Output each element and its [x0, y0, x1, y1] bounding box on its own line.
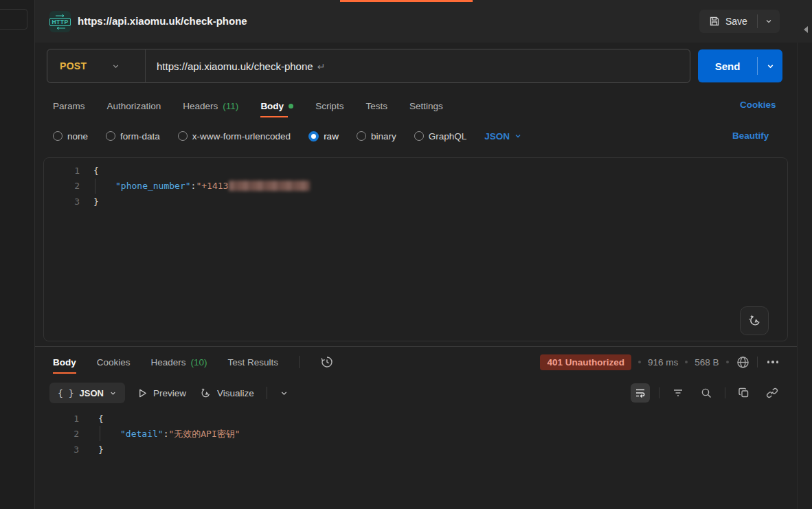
code-key: "detail"	[120, 429, 163, 439]
radio-graphql-label: GraphQL	[429, 131, 467, 142]
method-selector[interactable]: POST	[47, 60, 145, 71]
chevron-down-icon[interactable]	[280, 389, 289, 398]
response-tab-test-results[interactable]: Test Results	[228, 357, 279, 367]
code-colon: :	[163, 429, 169, 439]
tab-scripts[interactable]: Scripts	[315, 101, 343, 111]
radio-circle-icon	[178, 131, 188, 141]
filter-button[interactable]	[668, 383, 688, 403]
send-button[interactable]: Send	[698, 60, 757, 72]
request-header-bar: HTTP https://api.xiaomu.uk/check-phone S…	[35, 0, 812, 43]
response-tab-test-results-label: Test Results	[228, 357, 279, 367]
tab-authorization[interactable]: Authorization	[107, 101, 161, 111]
response-status-row: 401 Unauthorized 916 ms 568 B	[540, 352, 781, 372]
tab-body[interactable]: Body	[260, 101, 293, 111]
link-icon	[766, 387, 778, 399]
search-button[interactable]	[697, 383, 716, 403]
request-title: https://api.xiaomu.uk/check-phone	[78, 15, 247, 27]
line-number: 3	[44, 196, 80, 207]
code-line: 1 {	[35, 411, 791, 427]
send-options-button[interactable]	[758, 62, 782, 71]
line-number: 2	[44, 181, 80, 191]
response-tab-cookies[interactable]: Cookies	[97, 357, 131, 367]
tool-icons-divider	[725, 387, 725, 398]
code-key: "phone_number"	[115, 181, 191, 191]
response-tabs-divider	[299, 356, 300, 368]
status-row-divider	[757, 357, 758, 367]
tab-headers-label: Headers	[183, 101, 218, 111]
toolbar-divider	[267, 387, 267, 399]
chevron-down-icon	[111, 62, 120, 71]
code-line: 2 "phone_number" : "+1413	[44, 179, 787, 194]
save-icon	[709, 16, 720, 27]
radio-selected-icon	[308, 131, 319, 142]
sidebar-tab-stub[interactable]	[0, 9, 27, 30]
url-input[interactable]: https://api.xiaomu.uk/check-phone↵	[146, 60, 325, 72]
tab-headers-count: (11)	[223, 101, 238, 111]
line-number: 1	[35, 414, 79, 424]
response-size[interactable]: 568 B	[695, 357, 719, 367]
active-tab-top-indicator	[340, 0, 473, 2]
radio-circle-icon	[53, 131, 63, 141]
indent-guide	[95, 179, 95, 194]
visualize-button[interactable]: Visualize	[199, 387, 254, 400]
body-type-row: none form-data x-www-form-urlencoded raw…	[53, 129, 522, 143]
response-format-dropdown[interactable]: { } JSON	[49, 383, 125, 403]
radio-form-data[interactable]: form-data	[106, 131, 160, 142]
code-open-brace: {	[98, 414, 104, 424]
code-line: 3 }	[44, 194, 787, 210]
tab-scripts-label: Scripts	[315, 101, 343, 111]
wrap-text-button[interactable]	[631, 383, 650, 403]
radio-urlencoded[interactable]: x-www-form-urlencoded	[178, 131, 291, 142]
raw-format-dropdown[interactable]: JSON	[484, 131, 522, 142]
radio-graphql[interactable]: GraphQL	[414, 131, 467, 142]
copy-button[interactable]	[734, 383, 754, 403]
response-tab-body[interactable]: Body	[53, 357, 76, 367]
radio-none[interactable]: none	[53, 131, 88, 142]
tab-headers[interactable]: Headers (11)	[183, 101, 238, 111]
copy-icon	[738, 387, 750, 399]
separator-dot	[726, 361, 729, 363]
separator-dot	[638, 361, 641, 363]
raw-format-label: JSON	[484, 131, 510, 142]
radio-raw[interactable]: raw	[308, 131, 339, 142]
response-tab-headers-count: (10)	[191, 357, 207, 367]
collapse-arrow-icon[interactable]	[804, 26, 808, 33]
app-window: HTTP https://api.xiaomu.uk/check-phone S…	[0, 0, 812, 509]
response-toolbar: { } JSON Preview Visualize	[49, 382, 289, 404]
http-protocol-label: HTTP	[49, 18, 70, 26]
radio-binary[interactable]: binary	[357, 131, 396, 142]
tab-tests[interactable]: Tests	[365, 101, 387, 111]
link-button[interactable]	[763, 383, 782, 403]
code-close-brace: }	[93, 196, 99, 207]
code-close-brace: }	[98, 444, 104, 455]
response-body-editor[interactable]: 1 { 2 "detail" : "无效的API密钥" 3 }	[35, 411, 791, 457]
status-badge[interactable]: 401 Unauthorized	[540, 354, 631, 370]
cookies-link[interactable]: Cookies	[740, 100, 776, 110]
save-options-button[interactable]	[758, 10, 780, 33]
radio-urlencoded-label: x-www-form-urlencoded	[192, 131, 291, 142]
tab-authorization-label: Authorization	[107, 101, 161, 111]
preview-button[interactable]: Preview	[137, 388, 186, 398]
radio-binary-label: binary	[371, 131, 396, 142]
more-options-button[interactable]	[765, 358, 782, 366]
request-body-editor[interactable]: 1 { 2 "phone_number" : "+1413 3 }	[43, 157, 788, 341]
tab-settings[interactable]: Settings	[409, 101, 443, 111]
postbot-sparkle-icon	[747, 313, 762, 328]
save-button[interactable]: Save	[699, 10, 757, 33]
code-value: "无效的API密钥"	[168, 428, 240, 440]
separator-dot	[685, 361, 688, 363]
response-history-button[interactable]	[320, 355, 334, 369]
save-button-label: Save	[725, 16, 747, 27]
indent-guide	[100, 426, 100, 441]
postbot-button[interactable]	[740, 306, 769, 335]
globe-icon[interactable]	[736, 355, 750, 370]
tab-params[interactable]: Params	[53, 101, 85, 111]
radio-circle-icon	[106, 131, 115, 141]
play-icon	[137, 388, 148, 398]
chevron-down-icon	[765, 17, 773, 25]
main-panel: HTTP https://api.xiaomu.uk/check-phone S…	[35, 0, 812, 509]
beautify-link[interactable]: Beautify	[732, 131, 769, 141]
response-time[interactable]: 916 ms	[648, 357, 678, 367]
tab-settings-label: Settings	[409, 101, 443, 111]
response-tab-headers[interactable]: Headers (10)	[151, 357, 207, 367]
